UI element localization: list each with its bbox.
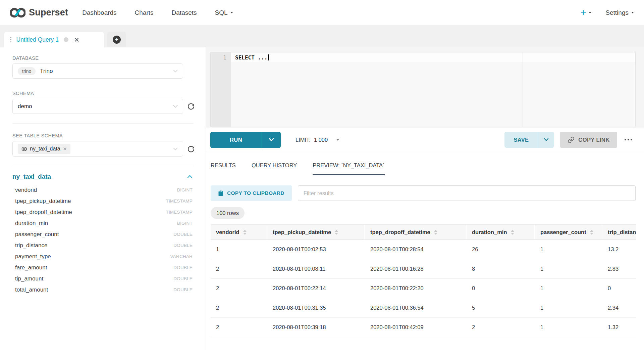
tab-query-history[interactable]: QUERY HISTORY (252, 162, 297, 175)
chevron-down-icon (269, 138, 274, 141)
selected-table-name: ny_taxi_data (30, 146, 60, 152)
sidebar: DATABASE trino Trino SCHEMA demo (0, 47, 206, 350)
copy-to-clipboard-button[interactable]: COPY TO CLIPBOARD (211, 185, 292, 201)
query-tab-strip: Untitled Query 1 + (0, 26, 644, 47)
editor-toolbar: RUN LIMIT: 1 000 SAVE (206, 128, 644, 152)
editor-code-area[interactable]: SELECT ... (231, 52, 635, 127)
query-tab-active[interactable]: Untitled Query 1 (4, 32, 104, 47)
sql-editor[interactable]: 1 SELECT ... (210, 52, 636, 127)
save-options-button[interactable] (538, 132, 554, 148)
table-select[interactable]: ny_taxi_data ✕ (12, 141, 183, 157)
cell: 2 (467, 318, 535, 337)
column-row: duration_minBIGINT (12, 218, 193, 229)
cell: 2020-08-01T00:31:35 (267, 298, 365, 317)
column-header-pickup[interactable]: tpep_pickup_datetime (267, 225, 365, 239)
chevron-down-icon (173, 105, 178, 108)
table-schema-title[interactable]: ny_taxi_data (12, 173, 51, 180)
schema-value: demo (18, 103, 32, 110)
superset-logo[interactable]: Superset (10, 7, 68, 18)
row-count-badge: 100 rows (211, 207, 245, 219)
limit-control[interactable]: LIMIT: 1 000 (296, 137, 339, 143)
query-tab-label[interactable]: Untitled Query 1 (16, 36, 59, 43)
close-icon[interactable] (74, 37, 79, 42)
sort-icon[interactable] (590, 230, 593, 235)
new-query-tab-button[interactable]: + (107, 32, 126, 47)
cell: 1 (535, 259, 602, 278)
column-header-dropoff[interactable]: tpep_dropoff_datetime (365, 225, 467, 239)
cell: 1.32 (602, 318, 636, 337)
refresh-schemas-button[interactable] (187, 102, 195, 111)
sort-icon[interactable] (243, 230, 247, 235)
table-row: 2 2020-08-01T00:31:35 2020-08-01T00:36:5… (211, 298, 636, 318)
new-item-button[interactable]: + (581, 8, 592, 18)
nav-item-charts[interactable]: Charts (135, 9, 154, 16)
column-header-trip-distance[interactable]: trip_distance (602, 225, 636, 239)
nav-item-datasets[interactable]: Datasets (172, 9, 197, 16)
results-actions-row: COPY TO CLIPBOARD (211, 185, 636, 201)
cell: 2 (211, 279, 267, 298)
table-row: 2 2020-08-01T00:39:18 2020-08-01T00:42:0… (211, 318, 636, 337)
column-row: tpep_dropoff_datetimeTIMESTAMP (12, 207, 193, 218)
run-options-button[interactable] (262, 132, 281, 148)
tab-preview-ny-taxi-data[interactable]: PREVIEW: `NY_TAXI_DATA` (313, 162, 384, 175)
ellipsis-menu-icon[interactable] (623, 137, 634, 143)
results-tabs: RESULTS QUERY HISTORY PREVIEW: `NY_TAXI_… (211, 162, 644, 175)
nav-item-sql[interactable]: SQL (215, 9, 233, 16)
cell: 1 (535, 240, 602, 259)
sidebar-divider (12, 123, 194, 124)
brand-name: Superset (29, 7, 68, 18)
editor-gutter: 1 (211, 52, 231, 127)
filter-results-input[interactable] (298, 185, 636, 201)
chevron-up-icon[interactable] (187, 175, 193, 178)
column-header-duration[interactable]: duration_min (467, 225, 535, 239)
eye-icon (21, 147, 27, 151)
query-status-dot (64, 37, 68, 42)
column-row: trip_distanceDOUBLE (12, 240, 193, 251)
code-line[interactable]: SELECT ... (231, 53, 635, 62)
save-button[interactable]: SAVE (504, 132, 538, 148)
schema-label: SCHEMA (12, 91, 206, 96)
copy-link-button[interactable]: COPY LINK (560, 132, 617, 148)
cell: 1 (211, 240, 267, 259)
limit-value: 1 000 (314, 137, 328, 143)
refresh-tables-button[interactable] (187, 145, 195, 153)
cell: 2020-08-01T00:36:54 (365, 298, 467, 317)
column-row: tpep_pickup_datetimeTIMESTAMP (12, 195, 193, 207)
chevron-down-icon (173, 147, 178, 150)
cell: 2.34 (602, 298, 636, 317)
cell: 2 (211, 259, 267, 278)
column-header-vendorid[interactable]: vendorid (211, 225, 267, 239)
column-list: vendoridBIGINT tpep_pickup_datetimeTIMES… (12, 184, 193, 295)
database-select[interactable]: trino Trino (12, 63, 183, 79)
results-table-header: vendorid tpep_pickup_datetime tpep_dropo… (211, 224, 636, 240)
print-margin-line (523, 52, 523, 127)
sort-icon[interactable] (434, 230, 437, 235)
selected-table-tag[interactable]: ny_taxi_data ✕ (18, 144, 70, 154)
cell: 2020-08-01T00:08:11 (267, 259, 365, 278)
sort-icon[interactable] (335, 230, 338, 235)
table-schema-header[interactable]: ny_taxi_data (12, 173, 193, 180)
chevron-down-icon (230, 12, 233, 13)
tab-results[interactable]: RESULTS (211, 162, 236, 175)
run-button[interactable]: RUN (210, 132, 262, 148)
cell: 2020-08-01T00:22:14 (267, 279, 365, 298)
schema-select[interactable]: demo (12, 99, 183, 114)
line-number: 1 (223, 54, 226, 61)
column-header-passenger[interactable]: passenger_count (535, 225, 602, 239)
settings-menu[interactable]: Settings (605, 9, 634, 16)
link-icon (568, 136, 575, 143)
remove-table-icon[interactable]: ✕ (63, 146, 67, 151)
drag-handle-icon[interactable] (10, 37, 11, 43)
superset-sql-lab: Superset Dashboards Charts Datasets SQL … (0, 0, 644, 350)
navbar: Superset Dashboards Charts Datasets SQL … (0, 0, 644, 26)
sort-icon[interactable] (511, 230, 514, 235)
table-row: 2 2020-08-01T00:08:11 2020-08-01T00:16:2… (211, 259, 636, 279)
nav-item-dashboards[interactable]: Dashboards (82, 9, 116, 16)
results-pane: RESULTS QUERY HISTORY PREVIEW: `NY_TAXI_… (206, 152, 644, 350)
superset-infinity-icon (10, 8, 25, 18)
column-row: passenger_countDOUBLE (12, 229, 193, 240)
main-pane: 1 SELECT ... RUN LIMIT: 1 000 (206, 47, 644, 350)
cell: 5 (467, 298, 535, 317)
cell: 2.83 (602, 259, 636, 278)
cell: 1 (535, 318, 602, 337)
